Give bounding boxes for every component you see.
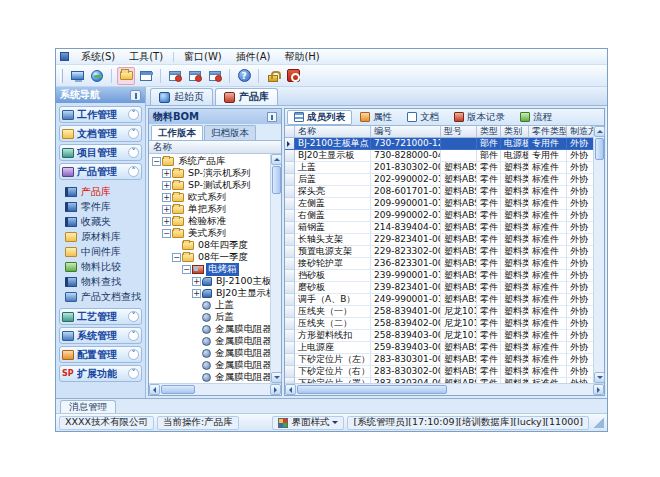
table-row[interactable]: 下砂定位片（罩）283-830304-00X塑料ABS零件塑料类标准件外协条 xyxy=(285,378,593,383)
table-row[interactable]: 上盖201-830302-00X塑料ABS零件塑料类标准件外协条 xyxy=(285,162,593,174)
tree-item-金属膜电阻器[interactable]: 金属膜电阻器 xyxy=(149,323,270,335)
tree-item-单把系列[interactable]: +单把系列 xyxy=(149,203,270,215)
collapse-icon[interactable]: − xyxy=(182,265,191,274)
tab-成员列表[interactable]: 成员列表 xyxy=(287,110,352,125)
sidebar-group-系统管理[interactable]: 系统管理˅ xyxy=(59,327,142,344)
bom-column-header[interactable]: 名称 xyxy=(149,141,281,154)
expand-icon[interactable]: + xyxy=(162,169,171,178)
collapse-icon[interactable]: − xyxy=(162,229,171,238)
sidebar-item-物料查找[interactable]: 物料查找 xyxy=(65,274,142,289)
tree-item-BJ-2100主板单点[interactable]: +BJ-2100主板单点 xyxy=(149,275,270,287)
style-dropdown[interactable]: 界面样式 xyxy=(272,416,344,430)
expand-icon[interactable]: + xyxy=(162,193,171,202)
sidebar-group-配置管理[interactable]: 配置管理˅ xyxy=(59,346,142,363)
bom-vertical-scrollbar[interactable] xyxy=(270,154,281,383)
chevron-down-icon[interactable]: ˅ xyxy=(128,311,139,322)
column-header-编号[interactable]: 编号 xyxy=(371,126,441,138)
column-header-类别[interactable]: 类别 xyxy=(501,126,529,138)
table-row[interactable]: 挡砂板239-990001-01X塑料ABS零件塑料类标准件外协条 xyxy=(285,270,593,282)
tree-item-08年一季度[interactable]: −08年一季度 xyxy=(149,251,270,263)
tree-item-SP-测试机系列[interactable]: +SP-测试机系列 xyxy=(149,179,270,191)
scroll-right-icon[interactable] xyxy=(593,384,604,395)
message-panel-tab[interactable]: 消息管理 xyxy=(60,400,116,414)
scroll-up-icon[interactable] xyxy=(271,154,282,165)
scroll-down-icon[interactable] xyxy=(271,372,282,383)
scroll-left-icon[interactable] xyxy=(285,384,296,395)
tree-item-金属膜电阻器[interactable]: 金属膜电阻器 xyxy=(149,359,270,371)
table-row[interactable]: 左侧盖209-990001-01X塑料ABS零件塑料类标准件外协条 xyxy=(285,198,593,210)
tab-流程[interactable]: 流程 xyxy=(513,110,559,125)
power-icon[interactable] xyxy=(284,67,302,85)
sidebar-group-项目管理[interactable]: 项目管理˅ xyxy=(59,144,142,161)
column-header-制造方式[interactable]: 制造方式 xyxy=(567,126,593,138)
folder-icon[interactable] xyxy=(117,67,135,85)
collapse-icon[interactable]: − xyxy=(172,253,181,262)
scroll-thumb[interactable] xyxy=(272,166,281,194)
tab-起始页[interactable]: 起始页 xyxy=(150,88,213,105)
table-row[interactable]: 探头亮208-601701-01X塑料ABS零件塑料类标准件外协条 xyxy=(285,186,593,198)
table-row[interactable]: 接砂轮护罩236-823301-00X塑料ABS零件塑料类标准件外协条 xyxy=(285,258,593,270)
tab-版本记录[interactable]: 版本记录 xyxy=(447,110,512,125)
table-row[interactable]: 压线夹（一）258-839401-00X尼龙1010零件塑料类标准件外协条 xyxy=(285,306,593,318)
expand-icon[interactable]: + xyxy=(162,181,171,190)
tab-产品库[interactable]: 产品库 xyxy=(215,88,278,105)
bom-tab-归档版本[interactable]: 归档版本 xyxy=(204,125,256,140)
sidebar-item-零件库[interactable]: 零件库 xyxy=(65,199,142,214)
toolbar-grip[interactable] xyxy=(60,69,63,83)
table-row[interactable]: 压线夹（二）258-839402-00X尼龙1010零件塑料类标准件外协条 xyxy=(285,318,593,330)
scroll-thumb[interactable] xyxy=(161,385,195,394)
chevron-down-icon[interactable]: ˅ xyxy=(128,368,139,379)
table-row[interactable]: 方形塑料线扣258-839403-00X尼龙1010零件塑料类标准件外协条 xyxy=(285,330,593,342)
pin-icon[interactable] xyxy=(267,112,277,122)
chevron-down-icon[interactable]: ˅ xyxy=(128,147,139,158)
computer-icon[interactable] xyxy=(68,67,86,85)
chevron-down-icon[interactable]: ˅ xyxy=(128,109,139,120)
scroll-thumb[interactable] xyxy=(595,138,604,160)
views-icon[interactable] xyxy=(137,67,155,85)
expand-icon[interactable]: + xyxy=(192,277,201,286)
chevron-down-icon[interactable]: ˅ xyxy=(128,128,139,139)
tree-item-BJ20主显示板[interactable]: +BJ20主显示板 xyxy=(149,287,270,299)
scroll-thumb[interactable] xyxy=(297,385,447,394)
tree-item-欧式系列[interactable]: +欧式系列 xyxy=(149,191,270,203)
window-remove-icon[interactable] xyxy=(186,67,204,85)
sidebar-item-产品文档查找[interactable]: 产品文档查找 xyxy=(65,289,142,304)
table-row[interactable]: 磨砂板239-823401-00X塑料ABS零件塑料类标准件外协条 xyxy=(285,282,593,294)
collapse-icon[interactable]: − xyxy=(152,157,161,166)
bom-horizontal-scrollbar[interactable] xyxy=(149,383,281,395)
column-header-类型[interactable]: 类型 xyxy=(477,126,501,138)
sidebar-item-中间件库[interactable]: 中间件库 xyxy=(65,244,142,259)
window-add-icon[interactable] xyxy=(166,67,184,85)
sidebar-group-工艺管理[interactable]: 工艺管理˅ xyxy=(59,308,142,325)
table-row[interactable]: 长轴头支架229-823401-00X塑料ABS零件塑料类标准件外协条 xyxy=(285,234,593,246)
table-row[interactable]: 箱钢盖214-839404-01X塑料ABS零件塑料类标准件外协条 xyxy=(285,222,593,234)
chevron-down-icon[interactable]: ˅ xyxy=(128,330,139,341)
help-icon[interactable]: ? xyxy=(235,67,253,85)
column-header-零件类型[interactable]: 零件类型 xyxy=(529,126,567,138)
tree-item-检验标准[interactable]: +检验标准 xyxy=(149,215,270,227)
tree-item-SP-演示机系列[interactable]: +SP-演示机系列 xyxy=(149,167,270,179)
tree-item-金属膜电阻器[interactable]: 金属膜电阻器 xyxy=(149,371,270,383)
sidebar-item-产品库[interactable]: 产品库 xyxy=(65,184,142,199)
column-header-名称[interactable]: 名称 xyxy=(295,126,371,138)
tree-item-金属膜电阻器[interactable]: 金属膜电阻器 xyxy=(149,335,270,347)
sidebar-item-收藏夹[interactable]: 收藏夹 xyxy=(65,214,142,229)
scroll-down-icon[interactable] xyxy=(594,372,605,383)
tree-item-系统产品库[interactable]: −系统产品库 xyxy=(149,155,270,167)
chevron-down-icon[interactable]: ˅ xyxy=(128,349,139,360)
window-close-icon[interactable] xyxy=(206,67,224,85)
tree-item-上盖[interactable]: 上盖 xyxy=(149,299,270,311)
menu-item[interactable]: 工具(T) xyxy=(122,49,170,65)
scroll-up-icon[interactable] xyxy=(594,126,605,137)
expand-icon[interactable]: + xyxy=(162,205,171,214)
tab-文档[interactable]: 文档 xyxy=(400,110,446,125)
menu-item[interactable]: 窗口(W) xyxy=(177,49,229,65)
sidebar-group-文档管理[interactable]: 文档管理˅ xyxy=(59,125,142,142)
table-horizontal-scrollbar[interactable] xyxy=(285,383,604,395)
sidebar-group-产品管理[interactable]: 产品管理˄ xyxy=(59,163,142,180)
tab-属性[interactable]: 属性 xyxy=(353,110,399,125)
table-row[interactable]: 预置电源支架229-823302-00X塑料ABS零件塑料类标准件外协条 xyxy=(285,246,593,258)
sidebar-group-工作管理[interactable]: 工作管理˅ xyxy=(59,106,142,123)
table-row[interactable]: 下砂定位片（右）283-830302-00X塑料ABS零件塑料类标准件外协条 xyxy=(285,366,593,378)
table-row[interactable]: 上电源座259-839403-00X塑料ABS零件塑料类标准件外协条 xyxy=(285,342,593,354)
